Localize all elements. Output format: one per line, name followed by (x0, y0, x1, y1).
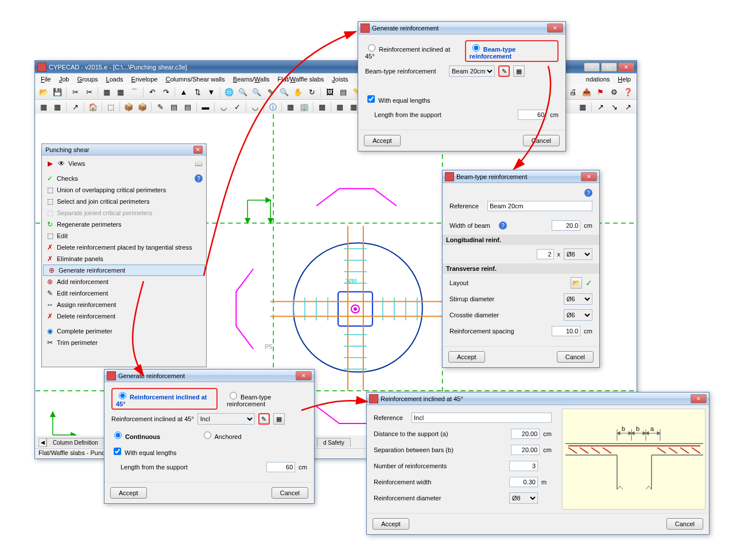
dlg3-optbeam-radio[interactable] (230, 392, 237, 399)
dlg1-equal[interactable]: With equal lengths (365, 94, 445, 104)
panel-item-views[interactable]: ▶ 👁 Views 📖 (42, 158, 206, 169)
tool2-h[interactable]: ✎ (154, 101, 166, 114)
menu-ndations[interactable]: ndations (583, 75, 614, 84)
dlg3-accept[interactable]: Accept (110, 487, 147, 499)
menu-envelope[interactable]: Envelope (128, 75, 161, 84)
dlg2-long-count[interactable] (537, 249, 554, 259)
panel-item-edit-reinf[interactable]: ✎Edit reinforcement (42, 287, 206, 299)
tool2-v[interactable]: ↘ (608, 101, 621, 114)
menu-loads[interactable]: Loads (103, 75, 127, 84)
tool-x2[interactable]: ✂ (83, 86, 95, 99)
tool2-f[interactable]: 📦 (122, 101, 135, 114)
tool2-o[interactable]: ▦ (284, 101, 297, 114)
dlg3-cont-radio[interactable] (114, 432, 122, 439)
dlg3-equal[interactable]: With equal lengths (111, 446, 192, 457)
dlg1-cancel[interactable]: Cancel (523, 135, 560, 146)
tool-layer[interactable]: ▤ (337, 86, 350, 99)
dlg1-len-input[interactable] (518, 110, 546, 120)
menu-file[interactable]: File (37, 75, 55, 84)
tool2-l[interactable]: ◡ (217, 101, 230, 114)
tool-updown[interactable]: ⇅ (191, 86, 204, 99)
tab-scroll-left[interactable]: ◀ (38, 438, 46, 447)
panel-item-union[interactable]: ⬚Union of overlapping critical perimeter… (42, 184, 206, 196)
dlg1-accept[interactable]: Accept (364, 135, 401, 146)
tool2-t[interactable]: ▦ (576, 101, 589, 114)
dlg3-opt45-radio[interactable] (119, 392, 126, 399)
panel-item-add[interactable]: ⊕Add reinforcement (42, 276, 206, 287)
panel-item-edit[interactable]: ⬚Edit (42, 230, 206, 242)
dlg1-beam-select[interactable]: Beam 20cm (449, 65, 495, 77)
side-panel-close[interactable]: ✕ (193, 146, 203, 154)
panel-item-generate[interactable]: ⊕Generate reinforcement (43, 265, 205, 276)
dlg2-ref-input[interactable] (487, 201, 592, 211)
panel-item-assign[interactable]: ↔Assign reinforcement (42, 299, 206, 310)
tool2-b[interactable]: ▦ (51, 101, 64, 114)
dlg4-ref-input[interactable] (412, 413, 552, 423)
tool-redo[interactable]: ↷ (160, 86, 172, 99)
dlg2-crosstie-select[interactable]: Ø6 (564, 309, 592, 321)
tab-safety[interactable]: d Safety (317, 438, 351, 447)
dlg4-sep-input[interactable] (511, 445, 540, 455)
menu-columns[interactable]: Columns/Shear walls (162, 75, 228, 84)
tab-column-definition[interactable]: Column Definition (46, 438, 104, 447)
panel-item-trim[interactable]: ✂Trim perimeter (42, 337, 206, 348)
tool2-n[interactable]: ◡ (249, 101, 261, 114)
tool-save[interactable]: 💾 (51, 86, 64, 99)
tool2-a[interactable]: ▦ (37, 101, 50, 114)
dlg3-close[interactable]: ✕ (296, 371, 312, 380)
tool-undo[interactable]: ↶ (146, 86, 158, 99)
menu-groups[interactable]: Groups (74, 75, 102, 84)
dlg1-opt45[interactable]: Reinforcement inclined at 45° (365, 42, 456, 60)
tool2-r[interactable]: ▦ (334, 101, 346, 114)
dlg1-optbeam-radio[interactable] (472, 44, 480, 52)
dlg3-equal-check[interactable] (114, 448, 121, 455)
dlg3-len-input[interactable] (266, 462, 295, 472)
panel-item-select-join[interactable]: ⬚Select and join critical perimeters (42, 196, 206, 207)
menu-slabs[interactable]: Flat/Waffle slabs (274, 75, 328, 84)
tool-print[interactable]: 🖨 (567, 86, 579, 99)
tool2-g[interactable]: 📦 (136, 101, 149, 114)
dlg1-equal-check[interactable] (367, 95, 375, 103)
tool-grid2[interactable]: ▦ (114, 86, 127, 99)
tool-img[interactable]: 🖼 (323, 86, 336, 99)
dlg2-spacing-input[interactable] (552, 326, 580, 336)
dlg1-pencil-button[interactable]: ✎ (498, 65, 510, 77)
panel-item-eliminate[interactable]: ✗Eliminate panels (42, 253, 206, 265)
minimize-button[interactable]: ─ (584, 63, 600, 72)
tool-flag[interactable]: ⚑ (594, 86, 607, 99)
dlg4-num-input[interactable] (509, 461, 538, 471)
tool-pencil[interactable]: ✎ (264, 86, 277, 99)
tool-settings[interactable]: ⚙ (608, 86, 621, 99)
tool2-p[interactable]: 🏢 (298, 101, 311, 114)
close-button[interactable]: ✕ (618, 63, 634, 72)
dlg4-close[interactable]: ✕ (691, 394, 707, 403)
dlg4-width-input[interactable] (509, 477, 538, 487)
menu-help[interactable]: Help (614, 75, 634, 84)
panel-item-checks[interactable]: ✓ Checks ? (42, 173, 206, 184)
menu-beams[interactable]: Beams/Walls (230, 75, 273, 84)
tool-up[interactable]: ▲ (177, 86, 190, 99)
dlg4-accept[interactable]: Accept (373, 518, 409, 530)
tool-grid[interactable]: ▦ (100, 86, 113, 99)
dlg4-cancel[interactable]: Cancel (666, 518, 703, 530)
dlg3-incl-select[interactable]: Incl (197, 413, 255, 425)
dlg2-width-help[interactable]: ? (499, 221, 507, 230)
panel-item-delete-tangential[interactable]: ✗Delete reinforcement placed by tangenti… (42, 242, 206, 253)
dlg4-dist-input[interactable] (511, 429, 540, 439)
tool2-u[interactable]: ↗ (594, 101, 607, 114)
help-icon[interactable]: ? (195, 174, 203, 182)
menu-job[interactable]: Job (56, 75, 73, 84)
dlg2-long-dia[interactable]: Ø8 (564, 248, 592, 260)
tool2-w[interactable]: ↗ (622, 101, 634, 114)
panel-item-delete-reinf[interactable]: ✗Delete reinforcement (42, 310, 206, 322)
dlg2-cancel[interactable]: Cancel (557, 351, 594, 363)
tool2-j[interactable]: ▤ (181, 101, 194, 114)
dlg2-close[interactable]: ✕ (581, 172, 597, 181)
tool-help[interactable]: ❓ (622, 86, 634, 99)
tool2-d[interactable]: 🏠 (87, 101, 99, 114)
tool-rotate[interactable]: ↻ (305, 86, 318, 99)
panel-item-complete[interactable]: ◉Complete perimeter (42, 325, 206, 337)
dlg3-cont[interactable]: Continuous (111, 430, 192, 440)
tool-zoom-in[interactable]: 🔍 (237, 86, 249, 99)
tool-export[interactable]: 📤 (580, 86, 593, 99)
